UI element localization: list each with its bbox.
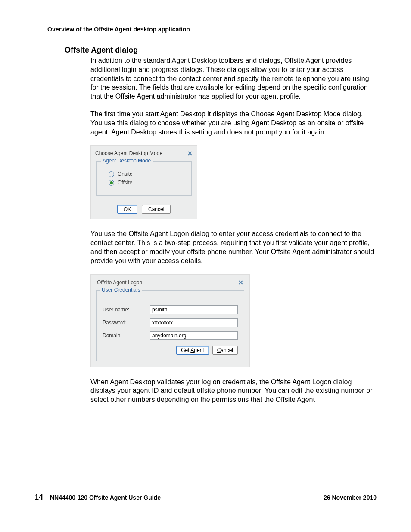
ok-button[interactable]: OK: [117, 205, 137, 214]
password-input[interactable]: [150, 318, 238, 327]
cancel-button[interactable]: Cancel: [212, 346, 238, 355]
domain-label: Domain:: [103, 333, 150, 339]
page-number: 14: [34, 493, 43, 501]
domain-input[interactable]: [150, 331, 238, 340]
running-head: Overview of the Offsite Agent desktop ap…: [47, 26, 377, 33]
get-agent-button[interactable]: Get Agent: [176, 346, 209, 355]
paragraph-3: You use the Offsite Agent Logon dialog t…: [90, 230, 375, 265]
choose-mode-dialog-title: Choose Agent Desktop Mode: [95, 150, 162, 156]
footer-date: 26 November 2010: [324, 494, 377, 501]
group-legend: Agent Desktop Mode: [101, 158, 153, 164]
group-legend: User Credentials: [100, 287, 142, 293]
paragraph-1: In addition to the standard Agent Deskto…: [90, 56, 375, 101]
username-input[interactable]: [150, 305, 238, 314]
paragraph-2: The first time you start Agent Desktop i…: [90, 110, 375, 137]
radio-icon-off: [109, 171, 114, 177]
radio-onsite-label: Onsite: [118, 171, 133, 177]
doc-title: NN44400-120 Offsite Agent User Guide: [50, 494, 161, 501]
page-footer: 14 NN44400-120 Offsite Agent User Guide …: [0, 493, 411, 502]
radio-onsite[interactable]: Onsite: [109, 171, 187, 177]
cancel-button[interactable]: Cancel: [142, 205, 171, 214]
offsite-agent-logon-dialog: Offsite Agent Logon ✕ User Credentials U…: [90, 274, 250, 367]
radio-offsite-label: Offsite: [118, 180, 132, 186]
username-label: User name:: [103, 307, 150, 313]
radio-icon-on: [109, 180, 114, 186]
choose-mode-dialog: Choose Agent Desktop Mode ✕ Agent Deskto…: [90, 145, 197, 219]
user-credentials-group: User Credentials User name: Password: Do…: [96, 290, 244, 361]
paragraph-4: When Agent Desktop validates your log on…: [90, 378, 375, 404]
radio-offsite[interactable]: Offsite: [109, 180, 187, 186]
password-label: Password:: [103, 320, 150, 326]
logon-dialog-title: Offsite Agent Logon: [97, 280, 142, 286]
close-icon[interactable]: ✕: [238, 279, 243, 286]
agent-desktop-mode-group: Agent Desktop Mode Onsite Offsite: [96, 161, 192, 196]
close-icon[interactable]: ✕: [187, 150, 193, 157]
section-title: Offsite Agent dialog: [65, 46, 377, 55]
